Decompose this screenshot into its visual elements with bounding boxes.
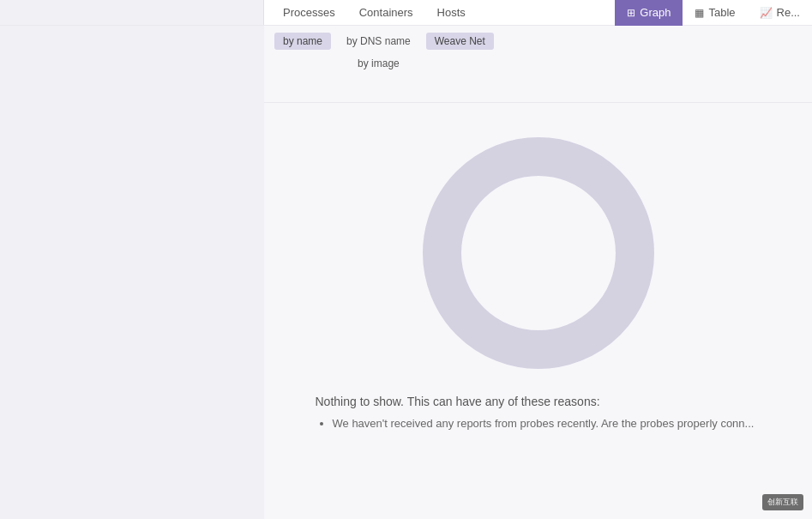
reasons-list: We haven't received any reports from pro… bbox=[316, 417, 761, 430]
containers-subnav: by DNS name by image bbox=[338, 33, 419, 72]
watermark: 创新互联 bbox=[762, 494, 803, 510]
by-name-button[interactable]: by name bbox=[274, 33, 331, 50]
by-image-button[interactable]: by image bbox=[338, 55, 419, 72]
nav-table[interactable]: ▦ Table bbox=[683, 0, 747, 26]
empty-state-circle bbox=[423, 137, 654, 369]
weave-net-button[interactable]: Weave Net bbox=[426, 33, 494, 50]
nav-hosts[interactable]: Hosts bbox=[425, 0, 478, 26]
resources-label: Re... bbox=[777, 6, 800, 19]
by-dns-name-button[interactable]: by DNS name bbox=[338, 33, 419, 50]
sub-navigation: by name by DNS name by image Weave Net bbox=[264, 26, 812, 103]
sidebar-nav-placeholder bbox=[0, 0, 264, 25]
weave-net-label: Weave Net bbox=[435, 35, 485, 47]
top-navigation: Processes Containers Hosts ⊞ Graph ▦ Tab… bbox=[0, 0, 812, 26]
containers-label: Containers bbox=[359, 6, 413, 19]
nav-right: ⊞ Graph ▦ Table 📈 Re... bbox=[615, 0, 812, 25]
nav-graph[interactable]: ⊞ Graph bbox=[615, 0, 683, 26]
nav-containers[interactable]: Containers bbox=[347, 0, 425, 26]
nav-resources[interactable]: 📈 Re... bbox=[748, 0, 812, 26]
main-content: Nothing to show. This can have any of th… bbox=[264, 103, 812, 519]
nothing-to-show-message: Nothing to show. This can have any of th… bbox=[316, 395, 761, 408]
table-label: Table bbox=[708, 6, 735, 19]
by-dns-name-label: by DNS name bbox=[346, 35, 411, 47]
by-name-label: by name bbox=[283, 35, 322, 47]
resources-icon: 📈 bbox=[760, 7, 773, 19]
processes-label: Processes bbox=[283, 6, 335, 19]
graph-icon: ⊞ bbox=[627, 7, 635, 19]
by-image-label: by image bbox=[358, 57, 400, 69]
reason-item-1: We haven't received any reports from pro… bbox=[333, 417, 761, 430]
nav-items: Processes Containers Hosts bbox=[264, 0, 615, 25]
nav-processes[interactable]: Processes bbox=[271, 0, 347, 26]
graph-label: Graph bbox=[640, 6, 671, 19]
nothing-to-show-section: Nothing to show. This can have any of th… bbox=[298, 395, 779, 430]
sidebar bbox=[0, 0, 264, 519]
hosts-subnav: Weave Net bbox=[426, 33, 494, 50]
processes-subnav: by name bbox=[274, 33, 331, 50]
table-icon: ▦ bbox=[695, 7, 704, 19]
hosts-label: Hosts bbox=[437, 6, 466, 19]
